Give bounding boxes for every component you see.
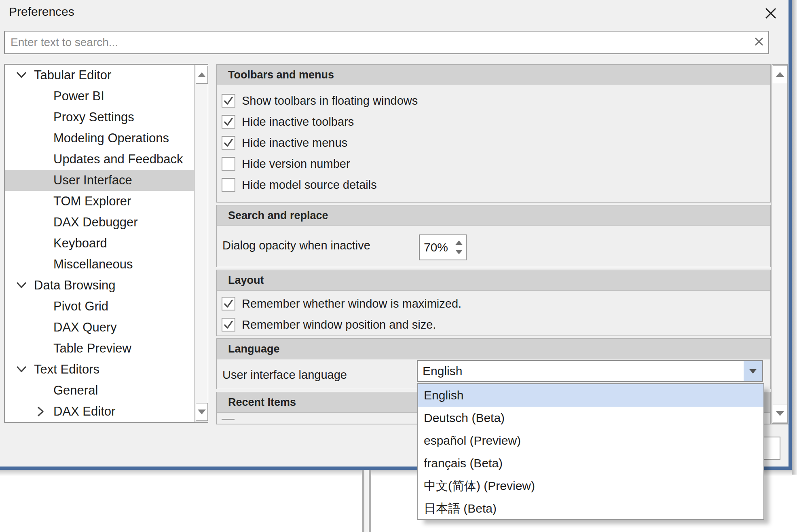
screen: { "window": { "title": "Preferences" }, … xyxy=(0,0,797,532)
checkbox-row: Hide inactive menus xyxy=(217,132,770,153)
sidebar-item-label: Miscellaneous xyxy=(53,257,133,272)
sidebar-item-table-preview[interactable]: Table Preview xyxy=(5,338,194,359)
section-language: Language User interface language English xyxy=(216,338,771,389)
checkbox-label: Remember window position and size. xyxy=(242,318,436,331)
checkbox-row: Hide version number xyxy=(217,153,770,174)
sidebar-item-power-bi[interactable]: Power BI xyxy=(5,86,194,107)
pane-scroll-down-button[interactable] xyxy=(773,405,787,422)
language-option-1[interactable]: Deutsch (Beta) xyxy=(418,407,763,429)
clear-x-icon xyxy=(754,37,764,48)
language-option-5[interactable]: 日本語 (Beta) xyxy=(418,497,763,520)
dialog-title: Preferences xyxy=(9,5,74,19)
combobox-dropdown-button[interactable] xyxy=(744,361,762,381)
tree-scroll-down-button[interactable] xyxy=(196,403,208,421)
sidebar-item-keyboard[interactable]: Keyboard xyxy=(5,233,194,254)
settings-pane-scrollbar[interactable] xyxy=(772,64,788,424)
section-header: Search and replace xyxy=(217,205,770,226)
sidebar-item-tom-explorer[interactable]: TOM Explorer xyxy=(5,191,194,212)
section-search-and-replace: Search and replace Dialog opacity when i… xyxy=(216,205,771,267)
checkbox-label: Hide model source details xyxy=(242,178,377,192)
clipped-checkbox-edge xyxy=(222,419,235,420)
checkbox-checked[interactable] xyxy=(222,115,235,129)
sidebar-item-miscellaneous[interactable]: Miscellaneous xyxy=(5,254,194,275)
chevron-down-icon[interactable] xyxy=(15,363,28,376)
ui-language-label: User interface language xyxy=(222,368,347,382)
sidebar-item-user-interface[interactable]: User Interface xyxy=(5,170,194,191)
sidebar-item-label: DAX Editor xyxy=(53,404,115,419)
sidebar-item-general[interactable]: General xyxy=(5,380,194,401)
search-box xyxy=(4,31,769,54)
sidebar-item-label: Updates and Feedback xyxy=(53,152,183,167)
chevron-down-icon[interactable] xyxy=(15,68,28,82)
arrow-up-icon xyxy=(198,72,206,77)
splitter-gap xyxy=(364,470,369,532)
sidebar-item-label: Modeling Operations xyxy=(53,131,169,146)
checkbox-label: Hide version number xyxy=(242,157,350,171)
checkbox-checked[interactable] xyxy=(222,297,235,310)
language-dropdown-popup: EnglishDeutsch (Beta)español (Preview)fr… xyxy=(417,383,764,520)
checkbox-label: Remember whether window is maximized. xyxy=(242,297,461,310)
sidebar-item-dax-editor[interactable]: DAX Editor xyxy=(5,401,194,422)
splitter-line-right[interactable] xyxy=(369,470,371,532)
sidebar-item-proxy-settings[interactable]: Proxy Settings xyxy=(5,107,194,128)
checkbox-label: Hide inactive menus xyxy=(242,136,347,150)
language-option-4[interactable]: 中文(简体) (Preview) xyxy=(418,475,763,497)
spinner-down-icon[interactable] xyxy=(455,250,463,254)
arrow-down-icon xyxy=(198,410,206,414)
section-header: Layout xyxy=(217,270,770,291)
search-clear-button[interactable] xyxy=(750,32,768,53)
sidebar-item-data-browsing[interactable]: Data Browsing xyxy=(5,275,194,296)
language-option-0[interactable]: English xyxy=(418,384,763,407)
checkbox-checked[interactable] xyxy=(222,94,235,108)
language-option-2[interactable]: español (Preview) xyxy=(418,429,763,452)
spinner-up-icon[interactable] xyxy=(455,241,463,245)
sidebar-item-updates-and-feedback[interactable]: Updates and Feedback xyxy=(5,149,194,170)
search-input[interactable] xyxy=(5,36,750,49)
opacity-label: Dialog opacity when inactive xyxy=(222,239,370,252)
tree-scrollbar[interactable] xyxy=(194,65,208,422)
settings-tree: Tabular EditorPower BIProxy SettingsMode… xyxy=(4,64,208,423)
sidebar-item-tabular-editor[interactable]: Tabular Editor xyxy=(5,65,194,86)
splitter-line-left[interactable] xyxy=(362,470,364,532)
sidebar-item-label: DAX Query xyxy=(53,320,117,335)
sidebar-item-text-editors[interactable]: Text Editors xyxy=(5,359,194,380)
checkbox-unchecked[interactable] xyxy=(222,157,235,171)
close-button[interactable] xyxy=(763,6,778,22)
checkbox-unchecked[interactable] xyxy=(222,178,235,192)
sidebar-item-dax-debugger[interactable]: DAX Debugger xyxy=(5,212,194,233)
toolbars-checkbox-list: Show toolbars in floating windowsHide in… xyxy=(217,85,770,195)
checkbox-checked[interactable] xyxy=(222,136,235,150)
pane-scroll-up-button[interactable] xyxy=(773,65,787,83)
language-option-3[interactable]: français (Beta) xyxy=(418,452,763,475)
sidebar-item-dax-query[interactable]: DAX Query xyxy=(5,317,194,338)
layout-checkbox-list: Remember whether window is maximized.Rem… xyxy=(217,291,770,335)
sidebar-item-modeling-operations[interactable]: Modeling Operations xyxy=(5,128,194,149)
sidebar-item-label: User Interface xyxy=(53,173,132,188)
checkbox-row: Remember whether window is maximized. xyxy=(217,293,770,314)
checkbox-label: Show toolbars in floating windows xyxy=(242,94,418,108)
sidebar-item-label: General xyxy=(53,383,98,398)
chevron-down-icon[interactable] xyxy=(15,279,28,292)
opacity-spinner[interactable]: 70% xyxy=(419,234,467,260)
chevron-down-icon xyxy=(749,369,757,374)
ui-language-combobox[interactable]: English xyxy=(417,360,763,382)
sidebar-item-label: Proxy Settings xyxy=(53,110,134,125)
sidebar-item-pivot-grid[interactable]: Pivot Grid xyxy=(5,296,194,317)
checkbox-checked[interactable] xyxy=(222,318,235,331)
sidebar-item-label: Pivot Grid xyxy=(53,299,108,314)
sidebar-item-label: Tabular Editor xyxy=(34,68,111,82)
section-layout: Layout Remember whether window is maximi… xyxy=(216,270,771,336)
sidebar-item-label: Table Preview xyxy=(53,341,131,356)
chevron-right-icon[interactable] xyxy=(34,405,48,418)
window-shadow-right xyxy=(792,0,797,475)
sidebar-item-label: Data Browsing xyxy=(34,278,116,293)
sidebar-item-label: DAX Debugger xyxy=(53,215,138,230)
tree-scroll-up-button[interactable] xyxy=(196,66,208,84)
checkbox-row: Remember window position and size. xyxy=(217,314,770,335)
checkbox-row: Hide model source details xyxy=(217,174,770,195)
spinner-arrows xyxy=(452,235,466,260)
sidebar-item-label: Power BI xyxy=(53,89,104,103)
sidebar-item-label: Keyboard xyxy=(53,236,107,251)
arrow-down-icon xyxy=(776,411,784,416)
sidebar-item-label: TOM Explorer xyxy=(53,194,131,209)
